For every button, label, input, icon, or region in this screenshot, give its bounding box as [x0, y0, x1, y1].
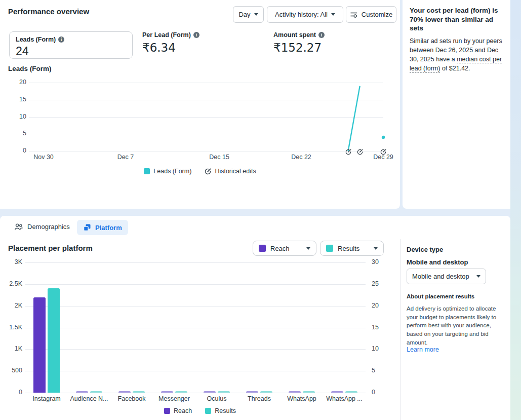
device-type-heading: Device type — [407, 246, 443, 253]
legend-item-leads-form: Leads (Form) — [144, 168, 191, 175]
bar-chart-right-tick: 5 — [372, 367, 387, 374]
legend-item-historical-edits: Historical edits — [205, 168, 256, 175]
placement-bar-chart: 0050051K101.5K152K202.5K253K30InstagramA… — [0, 216, 400, 420]
results-bar-audience-n- — [90, 391, 102, 393]
bar-chart-category-label: Messenger — [153, 395, 195, 402]
device-type-dropdown-value: Mobile and desktop — [412, 273, 469, 280]
reach-bar-instagram — [33, 297, 46, 393]
bar-chart-category-label: Facebook — [110, 395, 153, 402]
line-chart-gridline — [29, 83, 383, 83]
line-chart-y-tick: 20 — [7, 79, 26, 86]
bar-chart-gridline — [25, 371, 366, 371]
historical-edit-icon[interactable] — [357, 148, 363, 154]
bar-chart-right-tick: 10 — [372, 345, 387, 352]
bar-chart-category-label: Threads — [238, 395, 280, 402]
legend-label: Reach — [174, 407, 192, 414]
bar-chart-right-tick: 25 — [372, 280, 387, 287]
bar-chart-legend: ReachResults — [0, 407, 400, 414]
bar-chart-gridline — [25, 306, 366, 307]
reach-swatch — [164, 408, 170, 414]
reach-bar-whatsapp — [289, 391, 301, 393]
line-chart-x-tick: Dec 22 — [281, 154, 322, 161]
bar-chart-category-label: Audience N... — [68, 395, 110, 402]
bar-chart-gridline — [25, 349, 366, 350]
results-bar-facebook — [133, 391, 145, 393]
line-chart-y-tick: 0 — [7, 147, 26, 154]
device-type-panel: Device type Mobile and desktop Mobile an… — [407, 216, 506, 420]
legend-label: Leads (Form) — [153, 168, 191, 175]
bar-chart-left-tick: 0 — [3, 389, 22, 396]
line-chart-y-tick: 10 — [7, 113, 26, 120]
reach-bar-messenger — [161, 391, 173, 393]
leads-form-swatch — [144, 168, 150, 174]
bar-chart-category-label: Oculus — [195, 395, 238, 402]
bar-chart-category-label: Instagram — [25, 395, 68, 402]
results-bar-whatsapp- — [345, 391, 357, 393]
line-chart-gridline — [29, 100, 383, 100]
performance-overview-card: Performance overview Day Activity histor… — [0, 0, 400, 209]
about-placement-body: Ad delivery is optimized to allocate you… — [407, 304, 498, 347]
placement-breakdown-card: Demographics Platform Placement per plat… — [0, 216, 510, 420]
reach-bar-threads — [246, 391, 258, 393]
results-swatch — [205, 408, 211, 414]
ads-manager-performance-page: Performance overview Day Activity histor… — [0, 0, 521, 420]
bar-chart-gridline — [25, 284, 366, 285]
page-background-gradient — [510, 0, 521, 420]
line-chart-gridline — [29, 117, 383, 118]
bar-chart-left-tick: 500 — [3, 367, 22, 374]
learn-more-link[interactable]: Learn more — [407, 346, 439, 353]
bar-chart-left-tick: 3K — [3, 258, 22, 265]
line-chart-y-tick: 5 — [7, 130, 26, 137]
bar-chart-gridline — [25, 328, 366, 328]
bar-chart-gridline — [25, 262, 366, 263]
reach-bar-whatsapp- — [331, 391, 343, 393]
tip-body-text: of $21.42. — [440, 65, 470, 72]
line-chart-gridline — [29, 151, 383, 151]
results-bar-whatsapp — [303, 391, 315, 393]
bar-chart-gridline — [25, 393, 366, 393]
results-bar-instagram — [48, 288, 60, 393]
results-bar-messenger — [175, 391, 187, 393]
leads-form-line-chart: 05101520Nov 30Dec 7Dec 15Dec 22Dec 29Lea… — [0, 0, 400, 209]
bar-chart-right-tick: 30 — [372, 258, 387, 265]
bar-chart-category-label: WhatsApp — [280, 395, 323, 402]
legend-label: Historical edits — [215, 168, 256, 175]
cost-per-lead-tip-panel: Your cost per lead (form) is 70% lower t… — [403, 0, 510, 209]
historical-edit-icon[interactable] — [345, 148, 351, 154]
bar-chart-right-tick: 0 — [372, 389, 387, 396]
tip-title: Your cost per lead (form) is 70% lower t… — [410, 6, 503, 33]
legend-item-reach: Reach — [164, 407, 192, 414]
bar-chart-right-tick: 15 — [372, 324, 387, 331]
bar-chart-right-tick: 20 — [372, 302, 387, 309]
line-chart-legend: Leads (Form)Historical edits — [0, 168, 400, 175]
reach-bar-audience-n- — [76, 391, 88, 393]
bar-chart-category-label: WhatsApp ... — [323, 395, 366, 402]
line-chart-x-tick: Dec 7 — [105, 154, 146, 161]
tip-body: Similar ad sets run by your peers betwee… — [410, 36, 503, 73]
bar-chart-left-tick: 2.5K — [3, 280, 22, 287]
device-type-subheading: Mobile and desktop — [407, 258, 468, 266]
line-chart-gridline — [29, 134, 383, 134]
device-type-dropdown[interactable]: Mobile and desktop — [407, 269, 486, 284]
line-chart-x-tick: Nov 30 — [23, 154, 64, 161]
bar-chart-left-tick: 1K — [3, 345, 22, 352]
pencil-icon — [205, 168, 211, 175]
leads-line-series — [0, 0, 400, 209]
legend-label: Results — [215, 407, 236, 414]
results-bar-oculus — [218, 391, 230, 393]
line-chart-x-tick: Dec 15 — [199, 154, 239, 161]
reach-bar-oculus — [204, 391, 216, 393]
reach-bar-facebook — [118, 391, 131, 393]
historical-edit-icon[interactable] — [380, 148, 386, 154]
results-bar-threads — [260, 391, 272, 393]
about-placement-heading: About placement results — [407, 293, 474, 299]
legend-item-results: Results — [205, 407, 236, 414]
chevron-down-icon — [476, 275, 480, 278]
panel-divider — [400, 239, 400, 420]
bar-chart-left-tick: 1.5K — [3, 324, 22, 331]
line-chart-y-tick: 15 — [7, 96, 26, 103]
bar-chart-left-tick: 2K — [3, 302, 22, 309]
